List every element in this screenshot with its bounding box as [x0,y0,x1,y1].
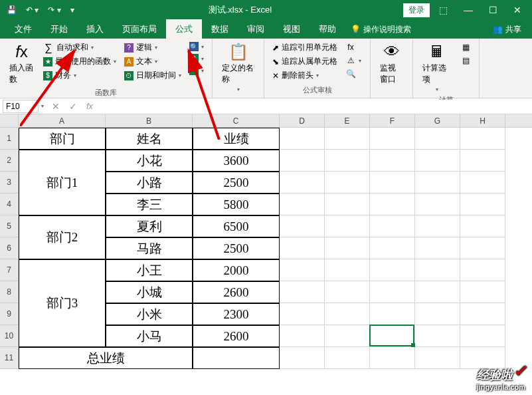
recent-functions-button[interactable]: ★最近使用的函数▾ [41,55,119,68]
datetime-button[interactable]: ⏲日期和时间▾ [122,69,184,82]
tab-formulas[interactable]: 公式 [166,19,202,39]
cell[interactable] [460,325,505,347]
cell[interactable] [415,194,460,215]
lookup-button[interactable]: 🔍▾ [187,41,207,52]
more-functions-button[interactable]: ⋯▾ [187,65,207,76]
accept-formula-icon[interactable]: ✓ [65,101,81,112]
cell[interactable] [325,194,370,215]
cell[interactable] [460,128,505,150]
cell[interactable] [415,303,460,325]
remove-arrows-button[interactable]: ✕删除箭头▾ [270,69,340,82]
cell[interactable] [280,281,325,303]
cell[interactable] [325,303,370,325]
col-header-B[interactable]: B [106,114,193,127]
table-footer-value[interactable] [193,347,280,369]
cell[interactable] [325,259,370,281]
tab-help[interactable]: 帮助 [310,19,345,39]
defined-names-button[interactable]: 📋 定义的名称 ▾ [218,41,258,94]
tab-review[interactable]: 审阅 [238,19,274,39]
tab-file[interactable]: 文件 [5,19,41,39]
qat-customize-icon[interactable]: ▾ [68,4,77,16]
table-header-dept[interactable]: 部门 [19,128,106,150]
col-header-E[interactable]: E [325,114,370,127]
cell[interactable] [280,325,325,347]
cell[interactable] [280,172,325,194]
cell[interactable] [415,150,460,172]
cell[interactable] [325,172,370,194]
autosum-button[interactable]: ∑自动求和▾ [41,41,119,54]
col-header-F[interactable]: F [370,114,415,127]
table-dept-2[interactable]: 部门2 [19,215,106,259]
table-value-7[interactable]: 2300 [193,303,280,325]
cell[interactable] [415,128,460,150]
cell[interactable] [415,172,460,194]
cell[interactable] [460,150,505,172]
table-value-5[interactable]: 2000 [193,259,280,281]
table-dept-3[interactable]: 部门3 [19,259,106,347]
cell[interactable] [460,259,505,281]
row-header-11[interactable]: 11 [0,347,19,369]
cell[interactable] [415,237,460,259]
cell[interactable] [370,303,415,325]
cell[interactable] [460,194,505,215]
redo-icon[interactable]: ↷ ▾ [45,4,63,16]
cell[interactable] [415,259,460,281]
table-name-2[interactable]: 李三 [106,194,193,215]
error-check-button[interactable]: ⚠▾ [343,55,364,66]
cell[interactable] [460,172,505,194]
cell[interactable] [460,215,505,237]
table-header-value[interactable]: 业绩 [193,128,280,150]
name-box[interactable] [3,100,39,113]
cell[interactable] [370,194,415,215]
row-header-8[interactable]: 8 [0,281,19,303]
tab-view[interactable]: 视图 [274,19,310,39]
tab-layout[interactable]: 页面布局 [113,19,166,39]
trace-dependents-button[interactable]: ⬊追踪从属单元格 [270,55,340,68]
close-icon[interactable]: ✕ [507,2,528,18]
row-header-1[interactable]: 1 [0,128,19,150]
watch-window-button[interactable]: 👁 监视窗口 [376,41,407,86]
col-header-H[interactable]: H [460,114,505,127]
calc-now-button[interactable]: ▦ [458,41,474,53]
row-header-2[interactable]: 2 [0,150,19,172]
cell[interactable] [280,128,325,150]
cell[interactable] [460,303,505,325]
cell[interactable] [280,150,325,172]
col-header-C[interactable]: C [193,114,280,127]
table-header-name[interactable]: 姓名 [106,128,193,150]
calc-sheet-button[interactable]: ▤ [458,55,474,66]
save-icon[interactable]: 💾 [4,4,19,16]
tab-home[interactable]: 开始 [41,19,77,39]
cell[interactable] [460,347,505,369]
table-name-8[interactable]: 小马 [106,325,193,347]
table-name-6[interactable]: 小城 [106,281,193,303]
cell[interactable] [370,150,415,172]
row-header-10[interactable]: 10 [0,325,19,347]
table-footer-label[interactable]: 总业绩 [19,347,193,369]
cell[interactable] [325,128,370,150]
cell[interactable] [280,237,325,259]
cell[interactable] [370,259,415,281]
table-value-8[interactable]: 2600 [193,325,280,347]
cell[interactable] [370,237,415,259]
cell[interactable] [460,281,505,303]
table-name-1[interactable]: 小路 [106,172,193,194]
cell[interactable] [325,237,370,259]
minimize-icon[interactable]: — [457,2,480,18]
logical-button[interactable]: ?逻辑▾ [122,41,184,54]
table-value-3[interactable]: 6500 [193,215,280,237]
undo-icon[interactable]: ↶ ▾ [23,4,41,16]
table-value-4[interactable]: 2500 [193,237,280,259]
math-button[interactable]: θ▾ [187,53,207,64]
text-button[interactable]: A文本▾ [122,55,184,68]
login-button[interactable]: 登录 [403,3,430,17]
show-formulas-button[interactable]: fx [343,41,364,53]
cell[interactable] [370,172,415,194]
tell-me-search[interactable]: 💡 操作说明搜索 [345,24,416,35]
cell[interactable] [280,215,325,237]
select-all-corner[interactable] [0,114,19,127]
table-name-3[interactable]: 夏利 [106,215,193,237]
cell[interactable] [280,347,325,369]
table-value-2[interactable]: 5800 [193,194,280,215]
trace-precedents-button[interactable]: ⬈追踪引用单元格 [270,41,340,54]
